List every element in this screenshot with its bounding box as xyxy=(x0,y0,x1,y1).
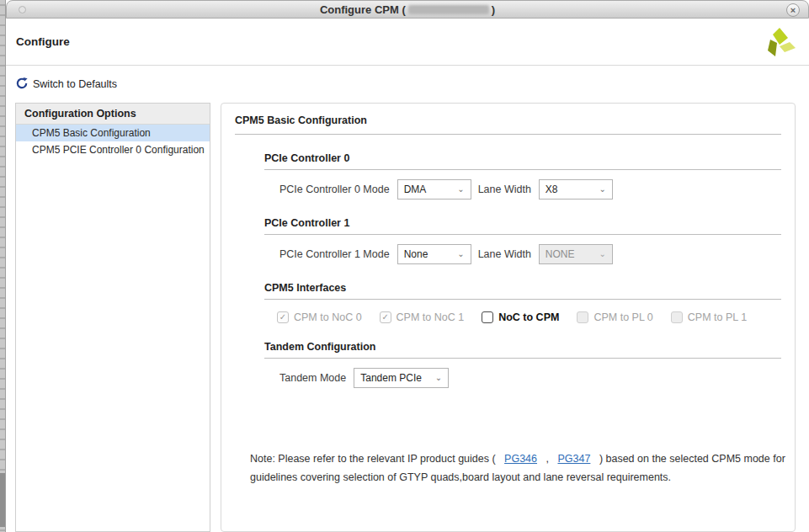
note-text-before: Note: Please refer to the relevant IP pr… xyxy=(250,453,496,465)
checkbox-unchecked-icon[interactable] xyxy=(482,311,493,323)
pcie-controller-0-mode-value: DMA xyxy=(404,184,427,195)
pcie-controller-1-row: PCIe Controller 1 Mode None ⌄ Lane Width… xyxy=(279,244,781,264)
checkbox-unchecked-icon xyxy=(671,311,683,323)
dialog-title-suffix: ) xyxy=(492,3,495,16)
content-area: Configuration Options CPM5 Basic Configu… xyxy=(15,103,809,532)
checkbox-label: CPM to NoC 1 xyxy=(397,311,465,323)
configure-cpm-dialog: Configure CPM ( ) × Configure Switch to … xyxy=(6,0,809,532)
pcie-controller-1-mode-label: PCIe Controller 1 Mode xyxy=(279,248,390,260)
tandem-mode-label: Tandem Mode xyxy=(279,372,346,384)
pcie-controller-1-lane-width-value: NONE xyxy=(546,248,575,260)
pcie-controller-0-mode-label: PCIe Controller 0 Mode xyxy=(279,184,390,195)
switch-to-defaults-button[interactable]: Switch to Defaults xyxy=(16,77,117,92)
checkbox-cpm-to-noc-0: ✓ CPM to NoC 0 xyxy=(277,311,362,323)
chevron-down-icon: ⌄ xyxy=(599,185,605,194)
sidebar-item-cpm5-pcie-controller-0-configuration[interactable]: CPM5 PCIE Controller 0 Configuration xyxy=(16,141,210,158)
background-scrollbar-thumb xyxy=(0,473,5,527)
pcie-controller-1-mode-select[interactable]: None ⌄ xyxy=(397,244,471,264)
dialog-titlebar: Configure CPM ( ) × xyxy=(6,0,809,19)
tandem-mode-select[interactable]: Tandem PCIe ⌄ xyxy=(354,368,449,388)
pcie-controller-0-mode-select[interactable]: DMA ⌄ xyxy=(397,179,471,200)
checkbox-checked-icon: ✓ xyxy=(380,311,391,323)
page-title: Configure xyxy=(16,35,70,48)
chevron-down-icon: ⌄ xyxy=(435,374,442,382)
dialog-title-prefix: Configure CPM ( xyxy=(320,3,406,16)
checkbox-cpm-to-pl-0: CPM to PL 0 xyxy=(577,311,652,323)
checkbox-cpm-to-noc-1: ✓ CPM to NoC 1 xyxy=(380,311,465,323)
dialog-header: Configure xyxy=(6,19,809,66)
section-title-tandem-configuration: Tandem Configuration xyxy=(264,341,781,359)
checkbox-label: NoC to CPM xyxy=(498,311,559,323)
sidebar-item-cpm5-basic-configuration[interactable]: CPM5 Basic Configuration xyxy=(16,125,210,141)
panel-title: CPM5 Basic Configuration xyxy=(235,114,781,135)
section-tandem-configuration: Tandem Configuration Tandem Mode Tandem … xyxy=(264,341,781,388)
refresh-icon xyxy=(16,77,28,92)
section-cpm5-interfaces: CPM5 Interfaces ✓ CPM to NoC 0 ✓ CPM to … xyxy=(264,282,781,323)
cpm5-interfaces-row: ✓ CPM to NoC 0 ✓ CPM to NoC 1 NoC to CPM… xyxy=(277,311,781,323)
checkbox-checked-icon: ✓ xyxy=(277,311,289,323)
window-dot-icon xyxy=(19,6,26,13)
tandem-mode-value: Tandem PCIe xyxy=(360,372,422,384)
note-separator: , xyxy=(546,453,549,465)
section-title-pcie-controller-0: PCIe Controller 0 xyxy=(264,152,781,170)
section-title-cpm5-interfaces: CPM5 Interfaces xyxy=(264,282,781,300)
chevron-down-icon: ⌄ xyxy=(457,185,464,194)
tandem-mode-row: Tandem Mode Tandem PCIe ⌄ xyxy=(279,368,781,388)
xilinx-logo xyxy=(762,26,796,58)
section-pcie-controller-1: PCIe Controller 1 PCIe Controller 1 Mode… xyxy=(264,217,781,264)
background-window-sliver xyxy=(0,0,6,532)
checkbox-cpm-to-pl-1: CPM to PL 1 xyxy=(671,311,747,323)
toolbar: Switch to Defaults xyxy=(6,66,809,103)
pcie-controller-1-mode-value: None xyxy=(404,248,428,260)
section-pcie-controller-0: PCIe Controller 0 PCIe Controller 0 Mode… xyxy=(264,152,781,200)
pcie-controller-0-lane-width-value: X8 xyxy=(546,184,558,195)
pcie-controller-0-lane-width-select[interactable]: X8 ⌄ xyxy=(539,179,613,200)
pcie-controller-0-lane-width-label: Lane Width xyxy=(478,184,531,195)
note-text: Note: Please refer to the relevant IP pr… xyxy=(250,450,799,487)
pcie-controller-0-row: PCIe Controller 0 Mode DMA ⌄ Lane Width … xyxy=(279,179,781,200)
chevron-down-icon: ⌄ xyxy=(457,250,464,258)
close-icon[interactable]: × xyxy=(786,3,800,17)
cpm5-basic-configuration-panel: CPM5 Basic Configuration PCIe Controller… xyxy=(221,103,796,532)
checkbox-label: CPM to NoC 0 xyxy=(294,311,362,323)
section-title-pcie-controller-1: PCIe Controller 1 xyxy=(264,217,781,235)
switch-to-defaults-label: Switch to Defaults xyxy=(33,78,117,90)
link-pg347[interactable]: PG347 xyxy=(557,453,590,465)
checkbox-label: CPM to PL 0 xyxy=(593,311,652,323)
checkbox-label: CPM to PL 1 xyxy=(688,311,747,323)
configuration-options-panel: Configuration Options CPM5 Basic Configu… xyxy=(15,103,210,532)
pcie-controller-1-lane-width-select: NONE ⌄ xyxy=(539,244,613,264)
chevron-down-icon: ⌄ xyxy=(599,250,605,258)
pcie-controller-1-lane-width-label: Lane Width xyxy=(478,248,531,260)
checkbox-noc-to-cpm[interactable]: NoC to CPM xyxy=(482,311,559,323)
checkbox-unchecked-icon xyxy=(577,311,588,323)
redacted-title-text xyxy=(408,5,489,14)
link-pg346[interactable]: PG346 xyxy=(504,453,537,465)
sidebar-header: Configuration Options xyxy=(16,104,210,125)
